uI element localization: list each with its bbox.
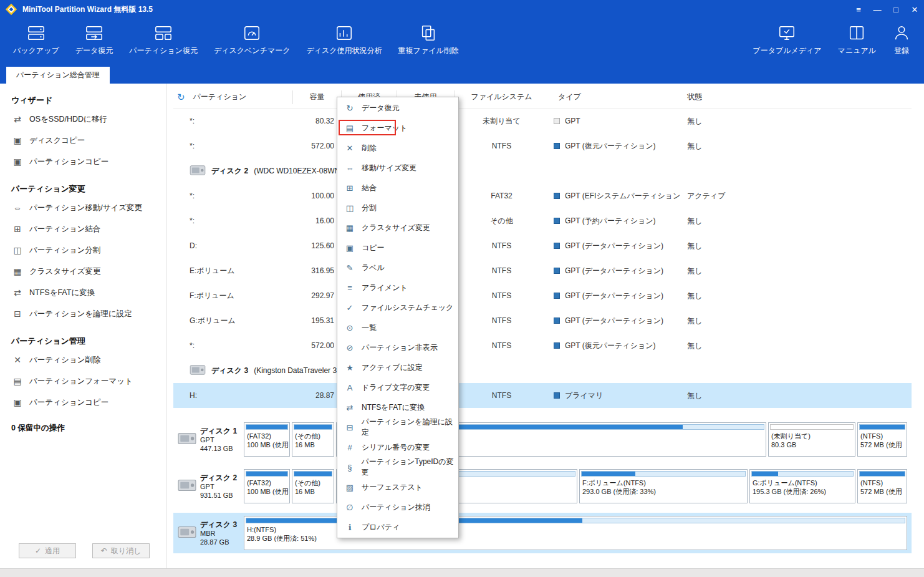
partition-row[interactable]: *: 100.00 FAT32 GPT (EFIシステムパーティション) アクテ… xyxy=(173,183,912,208)
type-id-icon: § xyxy=(345,463,355,472)
app-title: MiniTool Partition Wizard 無料版 13.5 xyxy=(22,4,153,15)
convert-icon: ⇄ xyxy=(12,288,22,298)
toolbar-manual-button[interactable]: マニュアル xyxy=(830,24,884,56)
toolbar-space-analyzer-button[interactable]: ディスク使用状況分析 xyxy=(298,24,390,56)
serial-number-icon: # xyxy=(345,443,355,452)
apply-button[interactable]: ✓適用 xyxy=(19,543,76,558)
sidebar-item-set-logical[interactable]: ⊟パーティションを論理に設定 xyxy=(0,303,166,324)
partition-row[interactable]: *: 16.00 その他 GPT (予約パーティション) 無し xyxy=(173,208,912,233)
disk1-partition-ntfs[interactable]: (NTFS)572 MB (使用 xyxy=(857,422,907,457)
sidebar-item-label: パーティションコピー xyxy=(29,397,108,408)
space-analyzer-icon xyxy=(335,24,354,42)
sidebar-item-copy-partition-2[interactable]: ▣パーティションコピー xyxy=(0,392,166,413)
toolbar-partition-recovery-button[interactable]: パーティション復元 xyxy=(121,24,206,56)
sidebar-item-merge[interactable]: ⊞パーティション結合 xyxy=(0,218,166,240)
alignment-icon: ≡ xyxy=(345,283,355,293)
undo-button-label: 取り消し xyxy=(111,546,142,556)
menu-item-explore[interactable]: ⊙一覧 xyxy=(337,318,458,337)
toolbar-label: ディスクベンチマーク xyxy=(214,46,291,56)
tab-partition-management[interactable]: パーティション総合管理 xyxy=(6,67,110,84)
menu-item-check-file-system[interactable]: ✓ファイルシステムチェック xyxy=(337,298,458,318)
toolbar-bootable-media-button[interactable]: ブータブルメディア xyxy=(744,24,829,56)
menu-item-delete[interactable]: ✕削除 xyxy=(337,138,458,158)
sidebar-section-manage-partition: パーティション管理 xyxy=(11,336,166,347)
sidebar-item-copy-disk[interactable]: ▣ディスクコピー xyxy=(0,130,166,151)
sidebar-item-cluster-size[interactable]: ▦クラスタサイズ変更 xyxy=(0,261,166,282)
toolbar-data-recovery-button[interactable]: データ復元 xyxy=(67,24,122,56)
toolbar-register-button[interactable]: 登録 xyxy=(884,24,919,56)
type-color-swatch xyxy=(554,293,560,299)
toolbar-label: 登録 xyxy=(894,46,909,56)
undo-button[interactable]: ↶取り消し xyxy=(92,543,150,558)
disk1-partition-fat32[interactable]: (FAT32)100 MB (使用 xyxy=(244,422,290,457)
type-color-swatch xyxy=(554,118,560,124)
menu-item-change-type-id[interactable]: §パーティションTypeIDの変更 xyxy=(337,457,458,477)
menu-item-surface-test[interactable]: ▨サーフェステスト xyxy=(337,477,458,497)
sidebar-item-split[interactable]: ◫パーティション分割 xyxy=(0,240,166,261)
menu-item-hide-partition[interactable]: ⊘パーティション非表示 xyxy=(337,337,458,357)
menu-item-change-serial-number[interactable]: #シリアル番号の変更 xyxy=(337,437,458,457)
sidebar-item-copy-partition[interactable]: ▣パーティションコピー xyxy=(0,151,166,172)
sidebar-item-delete-partition[interactable]: ✕パーティション削除 xyxy=(0,349,166,371)
partition-row[interactable]: D: 125.60 NTFS GPT (データパーティション) 無し xyxy=(173,233,912,258)
disk1-partition-other[interactable]: (その他)16 MB xyxy=(292,422,334,457)
disk2-partition-f[interactable]: F:ボリューム(NTFS)293.0 GB (使用済: 33%) xyxy=(579,469,748,503)
menu-item-split[interactable]: ◫分割 xyxy=(337,198,458,218)
sidebar-item-label: パーティション削除 xyxy=(29,355,100,366)
sidebar-item-migrate-os[interactable]: ⇄OSをSSD/HDDに移行 xyxy=(0,109,166,130)
register-icon xyxy=(892,24,911,42)
delete-icon: ✕ xyxy=(345,143,355,153)
disk1-label[interactable]: ディスク 1 GPT 447.13 GB xyxy=(178,422,242,457)
menu-item-move-resize[interactable]: ⇔移動/サイズ変更 xyxy=(337,158,458,178)
backup-icon xyxy=(27,24,46,42)
partition-row[interactable]: E:ボリューム 316.95 NTFS GPT (データパーティション) 無し xyxy=(173,258,912,283)
menu-item-merge[interactable]: ⊞結合 xyxy=(337,178,458,198)
partition-copy-icon: ▣ xyxy=(12,397,22,407)
menu-item-data-recovery[interactable]: ↻データ復元 xyxy=(337,98,458,118)
menu-item-set-active[interactable]: ★アクティブに設定 xyxy=(337,357,458,377)
disk2-partition-ntfs[interactable]: (NTFS)572 MB (使用 xyxy=(857,469,907,503)
disk2-partition-other[interactable]: (その他)16 MB xyxy=(292,469,334,503)
split-icon: ◫ xyxy=(345,203,355,213)
disk3-label[interactable]: ディスク 3 MBR 28.87 GB xyxy=(178,516,242,550)
refresh-icon[interactable]: ↻ xyxy=(177,92,185,103)
close-icon[interactable]: ✕ xyxy=(905,0,924,19)
toolbar-backup-button[interactable]: バックアップ xyxy=(5,24,67,56)
toolbar-disk-benchmark-button[interactable]: ディスクベンチマーク xyxy=(206,24,299,56)
maximize-icon[interactable]: □ xyxy=(887,0,905,19)
partition-row[interactable]: *: 80.32 未割り当て GPT 無し xyxy=(173,109,912,133)
menu-item-set-logical[interactable]: ⊟パーティションを論理に設定 xyxy=(337,417,458,437)
sidebar-item-label: パーティション分割 xyxy=(29,245,100,256)
disk1-partition-unallocated[interactable]: (未割り当て)80.3 GB xyxy=(768,422,855,457)
menu-item-copy[interactable]: ▣コピー xyxy=(337,238,458,258)
menu-icon[interactable]: ≡ xyxy=(849,0,868,19)
sidebar-item-move-resize[interactable]: ⇔パーティション移動/サイズ変更 xyxy=(0,197,166,218)
partition-row[interactable]: F:ボリューム 292.97 NTFS GPT (データパーティション) 無し xyxy=(173,283,912,308)
toolbar-duplicate-finder-button[interactable]: 重複ファイル削除 xyxy=(390,24,467,56)
partition-row[interactable]: *: 572.00 NTFS GPT (復元パーティション) 無し xyxy=(173,133,912,158)
merge-icon: ⊞ xyxy=(345,183,355,193)
menu-item-properties[interactable]: ℹプロパティ xyxy=(337,517,458,537)
partition-row[interactable]: G:ボリューム 195.31 NTFS GPT (データパーティション) 無し xyxy=(173,308,912,333)
check-file-system-icon: ✓ xyxy=(345,303,355,313)
disk2-partition-g[interactable]: G:ボリューム(NTFS)195.3 GB (使用済: 26%) xyxy=(749,469,855,503)
app-logo-icon xyxy=(5,3,17,16)
menu-item-change-drive-letter[interactable]: Aドライブ文字の変更 xyxy=(337,377,458,397)
partition-row[interactable]: *: 572.00 NTFS GPT (復元パーティション) 無し xyxy=(173,333,912,358)
menu-item-align[interactable]: ≡アライメント xyxy=(337,278,458,298)
sidebar-item-format-partition[interactable]: ▤パーティションフォーマット xyxy=(0,371,166,392)
disk-group-row-disk3[interactable]: ディスク 3(Kingston DataTraveler 3.0 US xyxy=(173,358,912,383)
menu-item-change-cluster-size[interactable]: ▦クラスタサイズ変更 xyxy=(337,218,458,238)
menu-item-format[interactable]: ▤フォーマット xyxy=(337,118,458,138)
move-resize-icon: ⇔ xyxy=(12,203,22,213)
menu-item-wipe-partition[interactable]: ∅パーティション抹消 xyxy=(337,497,458,517)
disk2-partition-fat32[interactable]: (FAT32)100 MB (使用 xyxy=(244,469,290,503)
partition-row-selected[interactable]: H: 28.87 NTFS プライマリ 無し xyxy=(173,383,912,408)
disk2-label[interactable]: ディスク 2 GPT 931.51 GB xyxy=(178,469,242,503)
sidebar-item-convert-ntfs-fat[interactable]: ⇄NTFSをFATに変換 xyxy=(0,282,166,303)
disk-group-row-disk2[interactable]: ディスク 2(WDC WD10EZEX-08WN4A0 xyxy=(173,158,912,183)
menu-item-label[interactable]: ✎ラベル xyxy=(337,258,458,278)
tab-bar: パーティション総合管理 xyxy=(0,66,924,84)
menu-item-convert-ntfs-to-fat[interactable]: ⇄NTFSをFATに変換 xyxy=(337,397,458,417)
minimize-icon[interactable]: — xyxy=(868,0,887,19)
